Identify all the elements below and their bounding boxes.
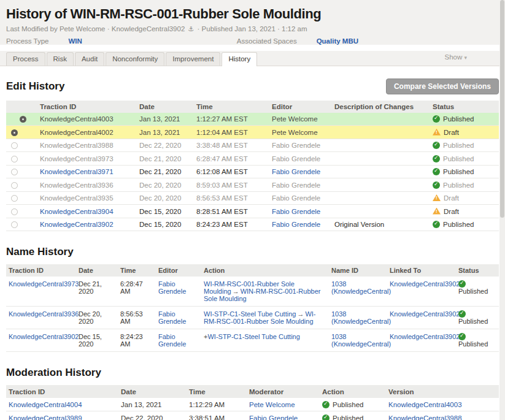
linked-to-link[interactable]: KnowledgeCentral3902 [390,310,460,318]
status-label: Draft [444,208,459,215]
status-label: Published [458,340,488,348]
status-label: Published [458,318,488,325]
date-cell: Dec 21, 2020 [76,277,118,307]
table-row: KnowledgeCentral3904 Dec 15, 2020 8:28:5… [6,205,499,218]
table-row: KnowledgeCentral3973 Dec 21, 2020 6:28:4… [6,152,499,165]
column-header-date: Date [76,264,118,277]
compare-selected-versions-button[interactable]: Compare Selected Versions [386,78,499,94]
edit-history-header-row: Traction ID Date Time Editor Description… [6,101,499,113]
traction-id-link[interactable]: KnowledgeCentral4004 [9,401,82,408]
scrollbar[interactable] [499,0,505,420]
description-cell: Original Version [334,218,433,231]
tab-audit[interactable]: Audit [75,52,104,66]
published-icon [433,181,440,189]
moderation-history-header-row: Traction ID Date Time Moderator Action V… [6,385,499,398]
action-cell: WI-STP-C1-Steel Tube Cutting→WI-RM-RSC-0… [201,307,329,329]
time-cell: 3:38:51 AM [187,411,247,420]
traction-id-link[interactable]: KnowledgeCentral3902 [40,221,114,228]
version-select-radio[interactable] [11,169,18,175]
editor-link[interactable]: Fabio Grendele [272,168,320,175]
show-dropdown[interactable]: Show ▾ [444,53,499,66]
linked-to-link[interactable]: KnowledgeCentral3902 [390,333,460,340]
editor-link[interactable]: Fabio Grendele [272,208,320,215]
status-label: Draft [444,194,459,202]
name-id-link[interactable]: 1038 (KnowledgeCentral) [331,333,391,348]
scrollbar-thumb[interactable] [500,0,504,218]
column-header-action: Action [320,385,386,398]
description-cell [334,165,433,178]
description-cell [334,205,433,218]
editor-cell: Fabio Grendele [272,139,334,151]
tab-process[interactable]: Process [6,52,45,66]
column-header-time: Time [118,264,156,277]
version-link[interactable]: KnowledgeCentral3988 [388,414,462,420]
tab-history[interactable]: History [222,52,257,66]
version-select-radio[interactable] [11,156,18,162]
version-select-radio[interactable] [20,116,26,123]
editor-link[interactable]: Fabio Grendele [158,280,186,295]
time-cell: 8:59:03 AM EST [196,178,272,191]
version-select-radio[interactable] [11,208,18,215]
tab-improvement[interactable]: Improvement [166,52,220,66]
version-link[interactable]: KnowledgeCentral4003 [388,401,462,408]
action-label: Published [333,414,364,420]
traction-id-link[interactable]: KnowledgeCentral3973 [9,280,79,288]
description-cell [334,139,433,151]
edit-history-table: Traction ID Date Time Editor Description… [6,101,499,231]
editor-link[interactable]: Fabio Grendele [272,221,320,228]
page-title: History of WIN-RM-RSC-001-Rubber Sole Mo… [6,6,498,22]
version-select-radio[interactable] [11,221,18,228]
traction-id-cell: KnowledgeCentral3988 [40,139,139,151]
traction-id-link[interactable]: KnowledgeCentral3902 [9,333,79,340]
version-select-radio[interactable] [11,195,18,202]
version-select-radio[interactable] [11,142,18,149]
old-name-link[interactable]: WI-STP-C1-Steel Tube Cutting [204,310,296,318]
moderator-link[interactable]: Fabio Grendele [249,414,298,420]
description-cell [334,152,433,165]
column-header-status: Status [433,101,499,113]
radio-column-header [6,101,40,113]
column-header-editor: Editor [272,101,334,113]
rename-arrow: → [297,310,304,318]
published-icon [322,401,330,408]
column-header-traction-id: Traction ID [6,385,118,398]
traction-id-cell: KnowledgeCentral3973 [40,152,139,165]
time-cell: 6:28:47 AM EST [196,152,272,165]
version-select-radio[interactable] [11,129,18,136]
traction-id-link[interactable]: KnowledgeCentral3904 [40,208,114,215]
date-cell: Dec 20, 2020 [76,307,118,329]
new-name-link[interactable]: WI-STP-C1-Steel Tube Cutting [207,333,299,340]
name-id-link[interactable]: 1038 (KnowledgeCentral) [331,280,391,295]
column-header-description: Description of Changes [334,101,433,113]
moderation-history-table: Traction ID Date Time Moderator Action V… [6,385,499,420]
editor-link[interactable]: Fabio Grendele [158,333,186,348]
time-cell: 3:38:48 AM EST [196,139,272,151]
published-icon [433,142,440,149]
table-row: KnowledgeCentral3902 Dec 15, 2020 8:24:2… [6,218,499,231]
linked-to-link[interactable]: KnowledgeCentral3902 [390,280,460,288]
column-header-date: Date [118,385,187,398]
time-cell: 1:12:04 AM EST [196,126,272,139]
anchor-icon: ⚓ [188,25,195,32]
moderator-link[interactable]: Pete Welcome [249,401,295,408]
editor-cell: Pete Welcome [272,113,334,126]
table-row: KnowledgeCentral3936 Dec 20, 2020 8:59:0… [6,178,499,191]
traction-id-link[interactable]: KnowledgeCentral3989 [9,414,82,420]
associated-spaces-value[interactable]: Quality MBU [317,37,358,45]
date-cell: Dec 22, 2020 [139,139,196,151]
chevron-down-icon: ▾ [464,55,467,61]
traction-id-link[interactable]: KnowledgeCentral3971 [40,168,114,175]
traction-id-cell: KnowledgeCentral4002 [40,126,139,139]
column-header-action: Action [201,264,329,277]
name-id-link[interactable]: 1038 (KnowledgeCentral) [331,310,391,325]
published-icon [458,280,466,288]
editor-link[interactable]: Fabio Grendele [158,310,186,325]
tab-nonconformity[interactable]: Nonconformity [106,52,164,66]
traction-id-link[interactable]: KnowledgeCentral3936 [9,310,79,318]
version-select-radio[interactable] [11,182,18,189]
rename-arrow: → [233,288,239,295]
tab-risk[interactable]: Risk [47,52,74,66]
name-history-table: Traction ID Date Time Editor Action Name… [6,264,499,352]
process-type-value[interactable]: WIN [68,37,82,45]
edit-history-heading: Edit History [6,80,64,93]
